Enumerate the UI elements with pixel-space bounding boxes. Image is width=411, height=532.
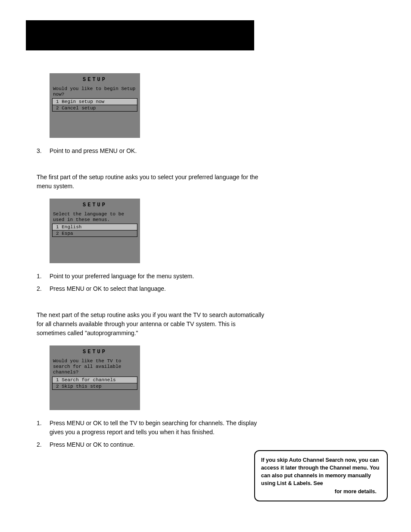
step-number: 2. bbox=[37, 440, 50, 449]
lang-step-2: 2. Press MENU or OK to select that langu… bbox=[37, 284, 265, 293]
step-number: 3. bbox=[37, 146, 50, 156]
step-number: 2. bbox=[37, 284, 50, 293]
menu-option-search: 1 Search for channels bbox=[52, 376, 137, 383]
menu-title: SETUP bbox=[50, 77, 140, 83]
menu-prompt: Select the language to be used in these … bbox=[50, 212, 140, 223]
step-text: Press MENU or OK to select that language… bbox=[50, 284, 265, 293]
step-number: 1. bbox=[37, 419, 50, 437]
callout-tail: for more details. bbox=[261, 488, 381, 495]
text-before: Point to bbox=[50, 147, 72, 154]
menu-title: SETUP bbox=[50, 202, 140, 208]
callout-text: If you skip Auto Channel Search now, you… bbox=[261, 457, 380, 486]
menu-option-espa: 2 Espa bbox=[52, 230, 137, 237]
lang-step-1: 1. Point to your preferred language for … bbox=[37, 272, 265, 281]
setup-menu-begin: SETUP Would you like to begin Setup now?… bbox=[50, 73, 140, 138]
menu-prompt: Would you like the TV to search for all … bbox=[50, 358, 140, 376]
main-content: SETUP Would you like to begin Setup now?… bbox=[37, 73, 265, 453]
search-step-1: 1. Press MENU or OK to tell the TV to be… bbox=[37, 419, 265, 437]
setup-menu-search: SETUP Would you like the TV to search fo… bbox=[50, 345, 140, 410]
step-number: 1. bbox=[37, 272, 50, 281]
search-step-2: 2. Press MENU or OK to continue. bbox=[37, 440, 265, 449]
tip-callout: If you skip Auto Channel Search now, you… bbox=[254, 450, 388, 501]
step-text: Press MENU or OK to continue. bbox=[50, 440, 265, 449]
menu-option-begin: 1 Begin setup now bbox=[52, 98, 137, 105]
header-black-bar bbox=[26, 20, 254, 50]
search-intro: The next part of the setup routine asks … bbox=[37, 311, 265, 338]
menu-title: SETUP bbox=[50, 349, 140, 355]
step-text: Point to your preferred language for the… bbox=[50, 272, 265, 281]
step-text: Point to and press MENU or OK. bbox=[50, 146, 265, 156]
menu-prompt: Would you like to begin Setup now? bbox=[50, 86, 140, 97]
step-text: Press MENU or OK to tell the TV to begin… bbox=[50, 419, 265, 437]
text-after: and press MENU or OK. bbox=[72, 147, 137, 154]
language-intro: The first part of the setup routine asks… bbox=[37, 173, 265, 191]
setup-menu-language: SETUP Select the language to be used in … bbox=[50, 199, 140, 263]
step-3: 3. Point to and press MENU or OK. bbox=[37, 146, 265, 156]
menu-option-cancel: 2 Cancel setup bbox=[52, 105, 137, 112]
menu-option-english: 1 English bbox=[52, 224, 137, 230]
menu-option-skip: 2 Skip this step bbox=[52, 383, 137, 390]
